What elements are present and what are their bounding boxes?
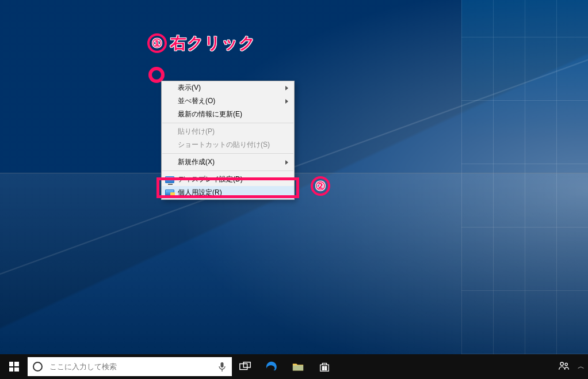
personalize-icon: [165, 190, 174, 196]
menu-sort[interactable]: 並べ替え(O): [162, 94, 294, 108]
windows-logo-icon: [9, 362, 19, 372]
people-icon[interactable]: [558, 360, 570, 374]
svg-point-8: [560, 362, 563, 365]
display-settings-icon: [165, 176, 174, 183]
svg-rect-4: [322, 366, 324, 368]
svg-rect-6: [322, 368, 324, 370]
menu-display-settings[interactable]: ディスプレイ設定(D): [162, 173, 294, 186]
menu-paste-shortcut: ショートカットの貼り付け(S): [162, 138, 294, 151]
tray-overflow-chevron-icon[interactable]: ︿: [578, 362, 585, 372]
svg-rect-0: [221, 362, 224, 367]
store-button[interactable]: [311, 354, 338, 379]
taskbar-search[interactable]: ここに入力して検索: [28, 357, 232, 376]
system-tray: ︿: [558, 354, 585, 379]
file-explorer-button[interactable]: [285, 354, 311, 379]
taskbar: ここに入力して検索 ︿: [0, 354, 588, 379]
annotation-step1-text: 右クリック: [170, 32, 256, 54]
menu-view[interactable]: 表示(V): [162, 81, 294, 94]
task-view-button[interactable]: [232, 354, 258, 379]
search-placeholder: ここに入力して検索: [47, 362, 212, 372]
menu-separator: [162, 123, 293, 123]
menu-refresh[interactable]: 最新の情報に更新(E): [162, 108, 294, 121]
menu-new[interactable]: 新規作成(X): [162, 156, 294, 169]
svg-point-9: [565, 363, 567, 365]
menu-paste: 貼り付け(P): [162, 125, 294, 138]
edge-button[interactable]: [258, 354, 285, 379]
annotation-step2-number: ②: [311, 176, 330, 196]
svg-rect-5: [325, 366, 327, 368]
svg-rect-7: [325, 368, 327, 370]
menu-separator: [162, 170, 293, 171]
cortana-icon: [28, 362, 47, 372]
wallpaper-reflection: [0, 173, 588, 354]
desktop-context-menu: 表示(V) 並べ替え(O) 最新の情報に更新(E) 貼り付け(P) ショートカッ…: [161, 81, 295, 200]
annotation-step2: ②: [311, 176, 330, 196]
microphone-icon[interactable]: [212, 362, 232, 372]
annotation-step1-number: ①: [147, 33, 167, 53]
menu-separator: [162, 153, 293, 154]
start-button[interactable]: [0, 354, 28, 379]
annotation-step1: ① 右クリック: [147, 32, 256, 54]
menu-personalize[interactable]: 個人用設定(R): [162, 186, 294, 199]
